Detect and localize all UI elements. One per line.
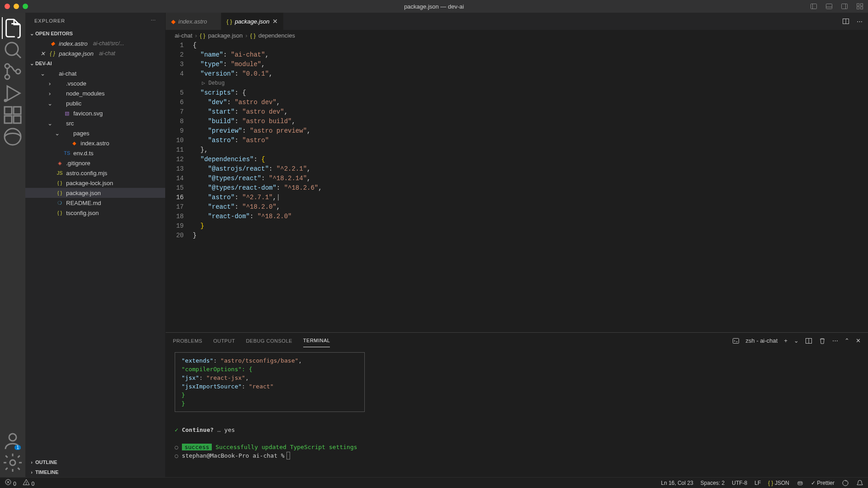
svg-point-36 (801, 483, 801, 483)
more-actions-icon[interactable]: ⋯ (857, 18, 863, 25)
window-title: package.json — dev-ai (404, 3, 464, 10)
file-item[interactable]: { }package-lock.json (25, 178, 165, 188)
search-icon[interactable] (2, 39, 24, 61)
svg-point-12 (5, 64, 10, 68)
split-editor-icon[interactable] (842, 18, 849, 25)
chevron-right-icon: › (46, 80, 53, 87)
file-item[interactable]: { }package.json (25, 188, 165, 198)
formatter[interactable]: ✓ Prettier (811, 480, 835, 486)
svg-point-23 (10, 460, 15, 465)
svg-point-10 (5, 43, 18, 55)
terminal-dropdown-icon[interactable]: ⌄ (794, 337, 799, 344)
chevron-down-icon: ⌄ (53, 130, 61, 137)
bottom-panel: PROBLEMSOUTPUTDEBUG CONSOLETERMINAL zsh … (166, 332, 868, 477)
svg-rect-18 (5, 116, 12, 123)
editor-tab[interactable]: { }package.json✕ (221, 13, 284, 30)
eol[interactable]: LF (754, 480, 761, 486)
folder-item[interactable]: ⌄ai-chat (25, 68, 165, 78)
code-editor[interactable]: 1234567891011121314151617181920 { "name"… (166, 41, 868, 332)
split-terminal-icon[interactable] (805, 337, 812, 344)
panel-tab-debug-console[interactable]: DEBUG CONSOLE (246, 335, 292, 347)
close-panel-icon[interactable]: ✕ (856, 337, 861, 344)
svg-rect-26 (733, 338, 739, 343)
panel-tab-problems[interactable]: PROBLEMS (173, 335, 202, 347)
notifications-icon[interactable] (856, 479, 863, 487)
file-item[interactable]: TSenv.d.ts (25, 148, 165, 158)
open-editor-item[interactable]: ◆index.astroai-chat/src/... (25, 38, 165, 48)
activity-bar: 1 (0, 13, 25, 477)
folder-item[interactable]: ⌄src (25, 118, 165, 128)
panel-tab-terminal[interactable]: TERMINAL (303, 334, 330, 347)
explorer-icon[interactable] (2, 17, 24, 39)
window-maximize[interactable] (23, 4, 28, 9)
cursor-position[interactable]: Ln 16, Col 23 (661, 480, 693, 486)
maximize-panel-icon[interactable]: ⌃ (844, 337, 849, 344)
sidebar: EXPLORER ⋯ ⌄ OPEN EDITORS ◆index.astroai… (25, 13, 166, 477)
kill-terminal-icon[interactable] (819, 337, 826, 344)
error-icon (5, 478, 12, 486)
run-debug-icon[interactable] (2, 82, 24, 104)
language-mode[interactable]: { } JSON (768, 480, 789, 486)
file-item[interactable]: { }tsconfig.json (25, 208, 165, 218)
new-terminal-icon[interactable]: + (784, 337, 787, 344)
copilot-icon[interactable] (796, 479, 804, 487)
feedback-icon[interactable] (842, 479, 849, 487)
extensions-icon[interactable] (2, 104, 24, 126)
breadcrumb[interactable]: ai-chat › { } package.json › { } depende… (166, 30, 868, 41)
project-section[interactable]: ⌄ DEV-AI (25, 58, 165, 68)
window-close[interactable] (5, 4, 10, 9)
warnings-count[interactable]: 0 (23, 478, 34, 487)
accounts-badge: 1 (14, 445, 21, 450)
chevron-right-icon: › (46, 90, 53, 97)
chevron-right-icon: › (28, 469, 35, 475)
folder-item[interactable]: ›node_modules (25, 88, 165, 98)
layout-sidebar-left-icon[interactable] (810, 3, 817, 10)
svg-point-37 (843, 480, 848, 486)
close-tab-icon[interactable]: ✕ (272, 18, 278, 25)
accounts-icon[interactable]: 1 (2, 430, 24, 452)
terminal-profile-icon[interactable] (732, 337, 739, 344)
svg-point-14 (16, 69, 20, 74)
open-editors-section[interactable]: ⌄ OPEN EDITORS (25, 29, 165, 38)
svg-rect-7 (861, 4, 863, 6)
indentation[interactable]: Spaces: 2 (701, 480, 725, 486)
folder-item[interactable]: ›.vscode (25, 78, 165, 88)
timeline-section[interactable]: › TIMELINE (25, 467, 165, 477)
errors-count[interactable]: 0 (5, 478, 16, 487)
open-editor-item[interactable]: ✕{ }package.jsonai-chat (25, 48, 165, 58)
editor-tab[interactable]: ◆index.astro✕ (166, 13, 221, 30)
close-icon[interactable]: ✕ (39, 50, 46, 57)
layout-customize-icon[interactable] (856, 3, 863, 10)
svg-rect-2 (826, 4, 832, 9)
file-item[interactable]: JSastro.config.mjs (25, 168, 165, 178)
layout-sidebar-right-icon[interactable] (841, 3, 848, 10)
settings-gear-icon[interactable] (2, 452, 24, 474)
folder-item[interactable]: ⌄public (25, 98, 165, 108)
file-item[interactable]: ◆index.astro (25, 138, 165, 148)
svg-point-22 (9, 434, 16, 441)
terminal[interactable]: "extends": "astro/tsconfigs/base","compi… (166, 349, 868, 477)
edge-tools-icon[interactable] (2, 126, 24, 148)
svg-marker-15 (7, 86, 20, 100)
file-item[interactable]: ❍README.md (25, 198, 165, 208)
encoding[interactable]: UTF-8 (732, 480, 747, 486)
file-item[interactable]: ▧favicon.svg (25, 108, 165, 118)
chevron-right-icon: › (28, 459, 35, 465)
svg-point-21 (5, 129, 21, 145)
layout-panel-icon[interactable] (825, 3, 833, 10)
panel-tab-output[interactable]: OUTPUT (213, 335, 235, 347)
debug-codelens[interactable]: ▷ Debug (193, 79, 868, 88)
panel-more-icon[interactable]: ⋯ (832, 337, 838, 344)
svg-point-16 (5, 100, 6, 101)
chevron-down-icon: ⌄ (46, 100, 53, 107)
folder-item[interactable]: ⌄pages (25, 128, 165, 138)
window-minimize[interactable] (14, 4, 19, 9)
source-control-icon[interactable] (2, 61, 24, 82)
outline-section[interactable]: › OUTLINE (25, 457, 165, 467)
file-item[interactable]: ◈.gitignore (25, 158, 165, 168)
chevron-down-icon: ⌄ (28, 61, 35, 67)
chevron-down-icon: ⌄ (46, 120, 53, 127)
more-icon[interactable]: ⋯ (151, 18, 156, 24)
check-icon: ✓ (175, 426, 178, 433)
terminal-label[interactable]: zsh - ai-chat (746, 337, 778, 344)
